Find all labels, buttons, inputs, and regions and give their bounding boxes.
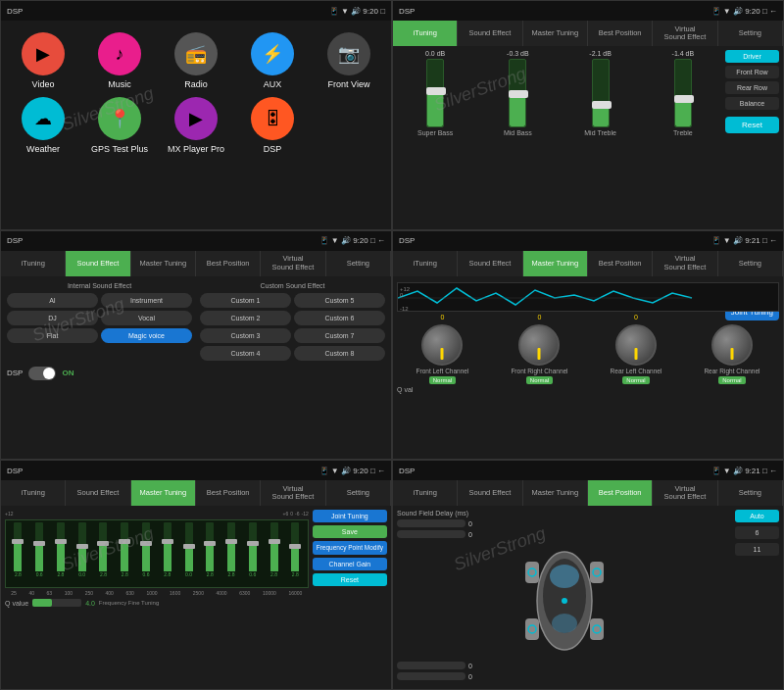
mx-player-app[interactable]: ▶ MX Player Pro — [162, 97, 230, 154]
tab-virtual-2[interactable]: VirtualSound Effect — [653, 21, 717, 46]
car-view-container — [397, 542, 731, 660]
eq-fader-9[interactable]: 0.0 — [178, 522, 199, 585]
tab-master-tuning-2[interactable]: Master Tuning — [523, 21, 588, 46]
tab-ituning-4[interactable]: iTuning — [393, 251, 458, 276]
mid-treble-track[interactable] — [592, 59, 610, 127]
q-slider[interactable] — [32, 599, 81, 607]
eq-fader-6[interactable]: 2.8 — [115, 522, 135, 585]
front-left-knob[interactable] — [421, 324, 463, 366]
eq-fader-3[interactable]: 2.8 — [51, 522, 72, 585]
db-6: +6 — [283, 511, 289, 517]
tab-ituning-5[interactable]: iTuning — [1, 480, 66, 506]
on-label: ON — [62, 369, 74, 377]
ai-btn[interactable]: AI — [7, 293, 98, 308]
eq-left-section: +12 +6 0 -6 -12 2.8 0.6 — [5, 510, 309, 607]
joint-tuning-eq-btn[interactable]: Joint Tuning — [313, 510, 387, 522]
eq-fader-5[interactable]: 2.8 — [93, 522, 114, 585]
front-view-app[interactable]: 📷 Front View — [315, 32, 383, 89]
gps-app[interactable]: 📍 GPS Test Plus — [85, 97, 154, 154]
tab-virtual-6[interactable]: VirtualSound Effect — [653, 480, 717, 506]
save-btn[interactable]: Save — [313, 525, 387, 538]
front-right-knob[interactable] — [518, 324, 560, 366]
delay-slider-1[interactable] — [397, 519, 466, 527]
aux-app[interactable]: ⚡ AUX — [238, 32, 307, 89]
auto-btn[interactable]: Auto — [735, 510, 779, 522]
dsp-toggle[interactable] — [28, 367, 56, 380]
eq-fader-7[interactable]: 0.6 — [136, 522, 157, 585]
delay-slider-3[interactable] — [397, 662, 466, 669]
radio-app[interactable]: 📻 Radio — [162, 32, 230, 89]
eq-fader-4[interactable]: 0.0 — [72, 522, 92, 585]
super-bass-track[interactable] — [426, 59, 444, 127]
tab-setting-5[interactable]: Setting — [326, 480, 391, 506]
tab-sound-5[interactable]: Sound Effect — [66, 480, 130, 506]
reset-eq-btn[interactable]: Reset — [313, 573, 387, 586]
delay-slider-2[interactable] — [397, 530, 466, 538]
eq-fader-14[interactable]: 2.8 — [285, 522, 306, 585]
tab-virtual-3[interactable]: VirtualSound Effect — [261, 251, 325, 276]
instrument-btn[interactable]: Instrument — [101, 293, 192, 308]
rear-row-btn[interactable]: Rear Row — [725, 81, 779, 94]
tab-setting-2[interactable]: Setting — [718, 21, 783, 46]
rear-left-knob[interactable] — [615, 324, 657, 366]
tab-setting-4[interactable]: Setting — [718, 251, 783, 276]
tab-master-6[interactable]: Master Tuning — [523, 480, 588, 506]
dj-btn[interactable]: DJ — [7, 311, 98, 325]
driver-btn[interactable]: Driver — [725, 50, 779, 63]
balance-btn[interactable]: Balance — [725, 97, 779, 110]
tab-setting-6[interactable]: Setting — [718, 480, 783, 506]
tab-virtual-4[interactable]: VirtualSound Effect — [653, 251, 717, 276]
custom6-btn[interactable]: Custom 6 — [294, 311, 385, 325]
rear-right-knob[interactable] — [711, 324, 753, 366]
tab-best-6[interactable]: Best Position — [588, 480, 653, 506]
custom4-btn[interactable]: Custom 4 — [200, 346, 291, 361]
front-row-btn[interactable]: Front Row — [725, 66, 779, 78]
front-right-value: 0 — [538, 314, 542, 320]
eq-fader-11[interactable]: 2.8 — [221, 522, 242, 585]
pos-6-btn[interactable]: 6 — [735, 526, 779, 539]
tab-best-position-2[interactable]: Best Position — [588, 21, 653, 46]
freq-point-modify-btn[interactable]: Frequency Point Modify — [313, 541, 387, 555]
custom8-btn[interactable]: Custom 8 — [294, 346, 385, 361]
custom2-btn[interactable]: Custom 2 — [200, 311, 291, 325]
eq-fader-12[interactable]: 0.6 — [242, 522, 263, 585]
tab-sound-3[interactable]: Sound Effect — [66, 251, 130, 276]
tab-best-4[interactable]: Best Position — [588, 251, 653, 276]
channel-gain-btn[interactable]: Channel Gain — [313, 558, 387, 570]
ituning-reset-btn[interactable]: Reset — [725, 117, 779, 133]
tab-best-3[interactable]: Best Position — [196, 251, 261, 276]
eq-fader-8[interactable]: 2.8 — [157, 522, 177, 585]
tab-master-4[interactable]: Master Tuning — [523, 251, 588, 276]
tab-ituning-6[interactable]: iTuning — [393, 480, 458, 506]
tab-best-5[interactable]: Best Position — [196, 480, 261, 506]
tab-master-3[interactable]: Master Tuning — [131, 251, 196, 276]
custom3-btn[interactable]: Custom 3 — [200, 328, 291, 343]
eq-fader-2[interactable]: 0.6 — [29, 522, 50, 585]
custom7-btn[interactable]: Custom 7 — [294, 328, 385, 343]
tab-ituning-3[interactable]: iTuning — [1, 251, 66, 276]
vocal-btn[interactable]: Vocal — [101, 311, 192, 325]
tab-master-5[interactable]: Master Tuning — [131, 480, 196, 506]
video-app[interactable]: ▶ Video — [9, 32, 77, 89]
tab-sound-4[interactable]: Sound Effect — [458, 251, 522, 276]
tab-virtual-5[interactable]: VirtualSound Effect — [261, 480, 325, 506]
eq-fader-10[interactable]: 2.8 — [200, 522, 220, 585]
tab-ituning[interactable]: iTuning — [393, 21, 458, 46]
delay-slider-4[interactable] — [397, 672, 466, 680]
treble-track[interactable] — [674, 59, 692, 127]
flat-btn[interactable]: Flat — [7, 328, 98, 343]
mid-bass-track[interactable] — [509, 59, 526, 127]
tab-setting-3[interactable]: Setting — [326, 251, 391, 276]
music-app[interactable]: ♪ Music — [85, 32, 154, 89]
custom1-btn[interactable]: Custom 1 — [200, 293, 291, 308]
magic-voice-btn[interactable]: Magic voice — [101, 328, 192, 343]
pos-11-btn[interactable]: 11 — [735, 543, 779, 556]
weather-app[interactable]: ☁ Weather — [9, 97, 77, 154]
eq-fader-1[interactable]: 2.8 — [8, 522, 28, 585]
tab-sound-6[interactable]: Sound Effect — [458, 480, 522, 506]
tab-sound-effect-2[interactable]: Sound Effect — [458, 21, 522, 46]
video-icon: ▶ — [22, 32, 65, 75]
dsp-app[interactable]: 🎛 DSP — [238, 97, 307, 154]
custom5-btn[interactable]: Custom 5 — [294, 293, 385, 308]
eq-fader-13[interactable]: 2.8 — [264, 522, 284, 585]
